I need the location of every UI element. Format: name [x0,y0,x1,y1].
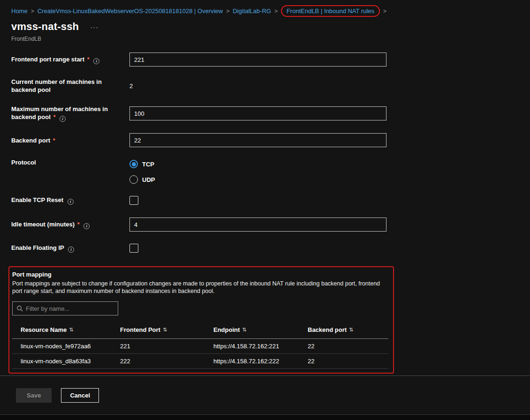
cell-endpoint: https://4.158.72.162:221 [213,343,308,350]
port-mapping-title: Port mapping [12,271,388,278]
info-icon[interactable]: i [60,116,66,122]
port-mapping-description: Port mappings are subject to change if c… [12,280,385,295]
column-header-resource-name[interactable]: Resource Name ⇅ [21,326,120,333]
cell-frontend-port: 222 [120,358,213,365]
enable-floating-ip-row: Enable Floating IP i [11,243,519,253]
cell-frontend-port: 221 [120,343,213,350]
required-asterisk: * [53,113,55,120]
footer-divider [0,375,530,376]
label-text: Frontend port range start [11,56,84,63]
info-icon[interactable]: i [68,247,74,253]
tcp-radio[interactable] [129,160,138,168]
info-letter: i [96,59,98,63]
info-icon[interactable]: i [93,58,99,64]
table-row[interactable]: linux-vm-nodes_fe972aa6 221 https://4.15… [12,339,388,354]
column-header-frontend-port[interactable]: Frontend Port ⇅ [120,326,213,333]
max-machines-input[interactable] [129,106,386,120]
enable-tcp-reset-row: Enable TCP Reset i [11,195,519,205]
breadcrumb-home[interactable]: Home [11,8,28,15]
tcp-radio-label: TCP [142,161,154,168]
breadcrumb-annotation-box: FrontEndLB | Inbound NAT rules [281,5,380,17]
protocol-row: Protocol TCP UDP [11,158,519,184]
breadcrumb-inbound-nat-rules[interactable]: FrontEndLB | Inbound NAT rules [287,8,374,15]
current-machines-label: Current number of machines in backend po… [11,78,129,94]
breadcrumb-separator: > [226,8,229,15]
cell-resource-name: linux-vm-nodes_fe972aa6 [21,343,120,350]
info-letter: i [70,200,71,204]
breadcrumb-vmss-overview[interactable]: CreateVmss-LinuxBakedWebserverOS-2025081… [38,8,223,15]
column-header-backend-port[interactable]: Backend port ⇅ [308,326,388,333]
idle-timeout-input[interactable] [129,218,386,232]
max-machines-row: Maximum number of machines in backend po… [11,105,519,122]
required-asterisk: * [53,137,55,144]
udp-radio[interactable] [129,175,138,184]
port-mapping-section: Port mapping Port mappings are subject t… [8,266,394,374]
max-machines-label: Maximum number of machines in backend po… [11,105,129,122]
column-header-endpoint[interactable]: Endpoint ⇅ [213,326,308,333]
table-row[interactable]: linux-vm-nodes_d8a63fa3 222 https://4.15… [12,354,388,369]
save-button[interactable]: Save [16,388,52,403]
idle-timeout-label: Idle timeout (minutes) * i [11,220,129,229]
page-subtitle: FrontEndLB [11,36,519,42]
breadcrumb-resource-group[interactable]: DigitalLab-RG [233,8,271,15]
enable-floating-ip-checkbox[interactable] [129,244,138,253]
breadcrumb-separator: > [31,8,34,15]
backend-port-input[interactable] [129,133,386,147]
sort-icon: ⇅ [69,327,73,333]
backend-port-label: Backend port * [11,136,129,144]
frontend-port-range-start-label: Frontend port range start * i [11,55,129,64]
label-text: Idle timeout (minutes) [11,221,75,228]
enable-tcp-reset-checkbox[interactable] [129,196,138,205]
title-row: vmss-nat-ssh ··· [11,21,519,33]
sort-icon: ⇅ [163,327,167,333]
required-asterisk: * [87,56,90,63]
backend-port-row: Backend port * [11,133,519,147]
label-text: Backend port [11,137,50,144]
udp-radio-label: UDP [142,176,155,183]
enable-floating-ip-label: Enable Floating IP i [11,244,129,253]
frontend-port-range-start-row: Frontend port range start * i [11,52,519,67]
current-machines-row: Current number of machines in backend po… [11,78,519,94]
sort-icon: ⇅ [242,327,246,333]
sort-icon: ⇅ [349,327,353,333]
protocol-option-tcp[interactable]: TCP [129,160,155,168]
breadcrumb-separator: > [274,8,278,15]
protocol-option-udp[interactable]: UDP [129,175,155,184]
info-icon[interactable]: i [68,199,74,205]
column-label: Backend port [308,326,347,333]
info-letter: i [86,224,88,228]
column-label: Endpoint [213,326,240,333]
more-options-icon[interactable]: ··· [90,23,98,30]
cell-backend-port: 22 [308,358,388,365]
required-asterisk: * [77,221,80,228]
protocol-radio-group: TCP UDP [129,158,155,184]
filter-box [12,301,118,315]
breadcrumb-separator: > [383,8,386,15]
info-icon[interactable]: i [83,223,90,229]
table-header-row: Resource Name ⇅ Frontend Port ⇅ Endpoint… [12,321,388,339]
nat-rule-form: Frontend port range start * i Current nu… [11,52,519,253]
port-mapping-table: Resource Name ⇅ Frontend Port ⇅ Endpoint… [12,321,388,369]
info-letter: i [70,248,72,252]
cell-backend-port: 22 [308,343,388,350]
filter-by-name-input[interactable] [26,305,114,312]
idle-timeout-row: Idle timeout (minutes) * i [11,218,519,232]
label-text: Enable TCP Reset [11,196,63,203]
info-letter: i [62,117,63,121]
label-text: Protocol [11,159,36,166]
cell-resource-name: linux-vm-nodes_d8a63fa3 [21,358,120,365]
search-icon [16,305,23,312]
current-machines-value: 2 [129,82,133,90]
protocol-label: Protocol [11,158,129,166]
bottom-edge-strip [0,414,530,420]
cell-endpoint: https://4.158.72.162:222 [213,358,308,365]
label-text: Enable Floating IP [11,244,64,251]
breadcrumb: Home > CreateVmss-LinuxBakedWebserverOS-… [11,0,519,15]
column-label: Resource Name [21,326,67,333]
inbound-nat-rule-page: Home > CreateVmss-LinuxBakedWebserverOS-… [0,0,530,403]
cancel-button[interactable]: Cancel [61,388,99,403]
footer-action-bar: Save Cancel [11,388,519,403]
frontend-port-range-start-input[interactable] [129,52,386,67]
page-title: vmss-nat-ssh [11,21,79,33]
column-label: Frontend Port [120,326,160,333]
